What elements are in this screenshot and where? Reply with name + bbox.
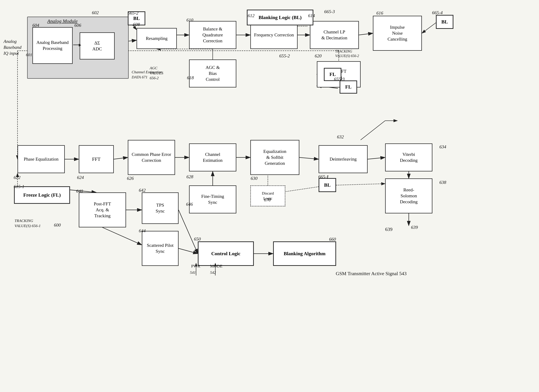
ref-601: 601	[26, 52, 32, 57]
ref-665-1: 665-1	[318, 174, 329, 179]
blanking-logic-bl-block: Blanking Logic (BL)	[247, 10, 313, 25]
svg-line-15	[178, 210, 198, 254]
agc-bias-block: AGC &BiasControl	[189, 59, 236, 87]
tracking-values-656-1-annotation: TRACKINGVALUE(S) 656-1	[14, 218, 41, 228]
ref-646: 646	[186, 202, 193, 207]
fft-block: FFT	[79, 145, 114, 173]
blanking-algorithm-block: Blanking Algorithm	[273, 241, 336, 266]
phase-equalization-block: Phase Equalization	[18, 145, 65, 173]
channel-estimation-block: ChannelEstimation	[189, 143, 236, 171]
fine-timing-sync-block: Fine-TimingSync	[189, 185, 236, 213]
channel-lp-decimation-block: Channel LP& Decimation	[310, 21, 359, 49]
scattered-pilot-sync-block: Scattered Pilot Sync	[142, 231, 178, 266]
arrowhead-abp-adc	[79, 44, 81, 47]
impulse-noise-cancelling-block: ImpulseNoiseCancelling	[373, 16, 422, 51]
ref-606: 606	[74, 23, 81, 28]
analog-module-label: Analog Module	[47, 18, 77, 24]
discard-logic-block: DiscardLogic	[250, 185, 285, 206]
post-fft-acq-block: Post-FFTAcq. &Tracking	[79, 192, 126, 227]
ref-670: 670	[264, 197, 271, 203]
reed-solomon-block: Reed-SolomonDecoding	[385, 178, 432, 213]
ref-614: 614	[308, 13, 315, 18]
ref-602: 602	[92, 10, 99, 15]
control-logic-block: Control Logic	[198, 241, 254, 266]
ref-665-2: 665-2	[128, 10, 139, 16]
svg-line-9	[299, 157, 319, 159]
pwr-arrow	[193, 261, 199, 277]
svg-line-14	[102, 227, 142, 245]
equalization-softbit-block: Equalization& SoftbitGeneration	[250, 140, 299, 175]
svg-line-39	[361, 121, 385, 140]
channel-estimation-data-annotation: Channel EstimationDATA 671	[132, 70, 162, 80]
ref-644: 644	[139, 228, 146, 234]
balance-quadrature-block: Balance &QuadratureCorrection	[189, 21, 236, 49]
ref-608: 608	[133, 22, 140, 27]
ref-600: 600	[54, 222, 61, 228]
ref-632: 632	[337, 134, 344, 140]
svg-line-6	[114, 157, 128, 159]
gsm-signal-annotation: GSM Transmitter Active Signal 543	[336, 271, 406, 276]
ref-622: 622	[14, 175, 20, 180]
tps-sync-block: TPSSync	[142, 192, 178, 224]
viterbi-decoding-block: ViterbiDecoding	[385, 143, 432, 171]
ref-665-3: 665-3	[324, 9, 335, 14]
svg-line-4	[359, 33, 373, 35]
ref-655-3: 655-3	[334, 77, 345, 82]
svg-line-31	[422, 23, 436, 33]
ref-604: 604	[32, 23, 39, 28]
ref-615-1: 615-1	[14, 184, 24, 189]
ref-638: 638	[439, 180, 446, 185]
svg-line-10	[368, 157, 385, 159]
ref-620: 620	[315, 53, 322, 59]
tracking-values-656-2-annotation: TRACKINGVALUE(S) 656-2	[335, 49, 359, 58]
ref-618: 618	[187, 75, 194, 80]
svg-line-16	[178, 248, 198, 254]
ref-640: 640	[76, 189, 83, 194]
ref-616: 616	[376, 10, 383, 16]
ref-628: 628	[186, 174, 193, 179]
mpeg-ts-label: 639	[385, 227, 392, 232]
ref-612: 612	[248, 13, 255, 18]
bl-right-block: BL	[436, 15, 453, 29]
bl-deinterleave-block: BL	[319, 178, 336, 192]
fl-lower-block: FL	[340, 80, 357, 94]
ref-665-4: 665-4	[432, 10, 443, 15]
ref-626: 626	[127, 176, 134, 181]
resampling-block: Resampling	[137, 28, 177, 49]
ref-642: 642	[139, 188, 146, 193]
common-phase-error-block: Common Phase Error Correction	[128, 140, 175, 175]
analog-baseband-processing-block: Analog Baseband Processing	[32, 27, 73, 64]
delta-sigma-adc-block: ΔΣADC	[80, 32, 115, 59]
ref-639: 639	[411, 225, 418, 230]
ref-630: 630	[251, 176, 258, 181]
ref-634: 634	[439, 144, 446, 150]
mode-arrow	[213, 261, 218, 277]
ref-660: 660	[329, 237, 336, 242]
ref-650: 650	[194, 236, 201, 242]
deinterleaving-block: Deinterleaving	[319, 145, 368, 173]
diagram-container: Analog Module Analog BasebandIQ input 60…	[0, 0, 539, 392]
ref-610: 610	[186, 18, 193, 23]
ref-624: 624	[77, 175, 84, 180]
ref-655-2: 655-2	[279, 53, 290, 59]
